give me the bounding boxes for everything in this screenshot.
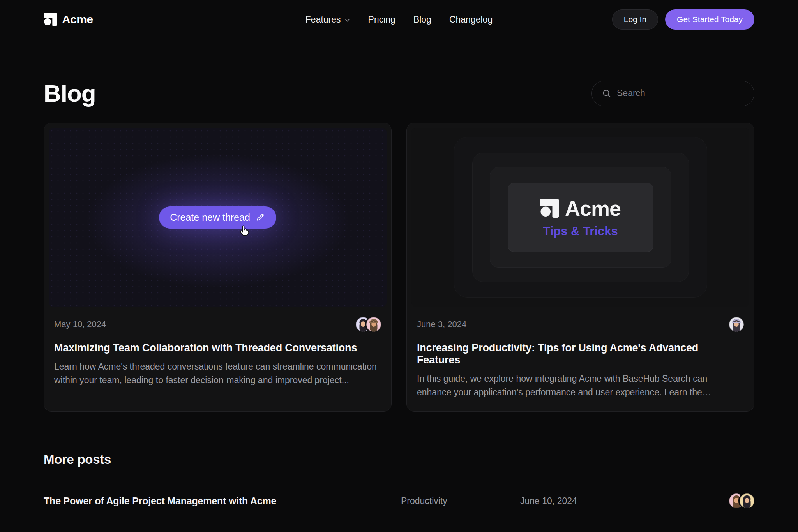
card-body: June 3, 2024 Increasing Productivity: Ti… — [411, 307, 749, 411]
tips-frame-mid: Acme Tips & Tricks — [472, 153, 689, 282]
search-input[interactable] — [617, 88, 744, 99]
featured-posts: Create new thread May 10, 2024 — [44, 123, 754, 412]
brand-name: Acme — [62, 13, 93, 26]
post-date: June 3, 2024 — [417, 319, 466, 329]
main-content: Blog Create new thread — [0, 79, 798, 532]
brand[interactable]: Acme — [44, 13, 93, 26]
nav-link-blog[interactable]: Blog — [413, 14, 431, 25]
post-row-simple-messaging-tools[interactable]: Why Simple Messaging Tools Are Crucial f… — [44, 525, 754, 532]
featured-card-advanced-features[interactable]: Acme Tips & Tricks June 3, 2024 — [406, 123, 754, 412]
author-avatars — [356, 317, 381, 332]
create-new-thread-label: Create new thread — [170, 212, 250, 223]
card-meta: May 10, 2024 — [54, 317, 381, 332]
post-title: Maximizing Team Collaboration with Threa… — [54, 342, 381, 354]
nav-link-changelog[interactable]: Changelog — [449, 14, 493, 25]
pencil-icon — [255, 212, 265, 222]
title-row: Blog — [44, 79, 754, 107]
nav-link-pricing[interactable]: Pricing — [368, 14, 395, 25]
tips-frame-outer: Acme Tips & Tricks — [454, 137, 707, 298]
acme-logo-icon — [540, 199, 559, 218]
nav-link-features[interactable]: Features — [305, 14, 350, 25]
author-avatars — [729, 493, 754, 508]
card-media-thread-demo: Create new thread — [49, 128, 387, 307]
nav-link-blog-label: Blog — [413, 14, 431, 25]
post-date: June 10, 2024 — [520, 496, 729, 506]
tips-brand-row: Acme — [540, 196, 621, 220]
search-icon — [602, 89, 611, 98]
tips-subtitle: Tips & Tricks — [543, 224, 618, 238]
post-row-agile-project-management[interactable]: The Power of Agile Project Management wi… — [44, 477, 754, 525]
cursor-pointer-icon — [238, 224, 252, 238]
featured-card-threaded-conversations[interactable]: Create new thread May 10, 2024 — [44, 123, 392, 412]
avatar — [740, 493, 754, 508]
header-actions: Log In Get Started Today — [612, 9, 754, 30]
get-started-button[interactable]: Get Started Today — [665, 9, 754, 30]
post-excerpt: Learn how Acme's threaded conversations … — [54, 360, 381, 387]
create-new-thread-button[interactable]: Create new thread — [159, 206, 276, 229]
login-button[interactable]: Log In — [612, 9, 658, 30]
more-posts-list: The Power of Agile Project Management wi… — [44, 477, 754, 532]
acme-logo-icon — [44, 13, 57, 26]
nav-link-changelog-label: Changelog — [449, 14, 493, 25]
page-title: Blog — [44, 79, 96, 107]
tips-card-graphic: Acme Tips & Tricks — [508, 183, 653, 252]
post-title: The Power of Agile Project Management wi… — [44, 495, 401, 507]
post-date: May 10, 2024 — [54, 319, 106, 329]
tips-brand-name: Acme — [565, 196, 621, 220]
avatar — [366, 317, 381, 332]
tips-frame-inner: Acme Tips & Tricks — [490, 167, 671, 268]
chevron-down-icon — [344, 17, 350, 23]
more-posts-title: More posts — [44, 452, 754, 467]
search-box[interactable] — [591, 81, 754, 106]
post-title: Increasing Productivity: Tips for Using … — [417, 342, 744, 366]
card-meta: June 3, 2024 — [417, 317, 744, 332]
nav-link-pricing-label: Pricing — [368, 14, 395, 25]
card-body: May 10, 2024 Maximizing Team Col — [49, 307, 387, 399]
nav-links: Features Pricing Blog Changelog — [305, 0, 493, 39]
author-avatars — [729, 317, 744, 332]
top-navigation: Acme Features Pricing Blog Changelog Log… — [0, 0, 798, 39]
post-excerpt: In this guide, we explore how integratin… — [417, 372, 744, 399]
avatar — [729, 317, 744, 332]
card-media-tips-graphic: Acme Tips & Tricks — [411, 128, 749, 307]
post-category: Productivity — [401, 496, 520, 506]
nav-link-features-label: Features — [305, 14, 341, 25]
